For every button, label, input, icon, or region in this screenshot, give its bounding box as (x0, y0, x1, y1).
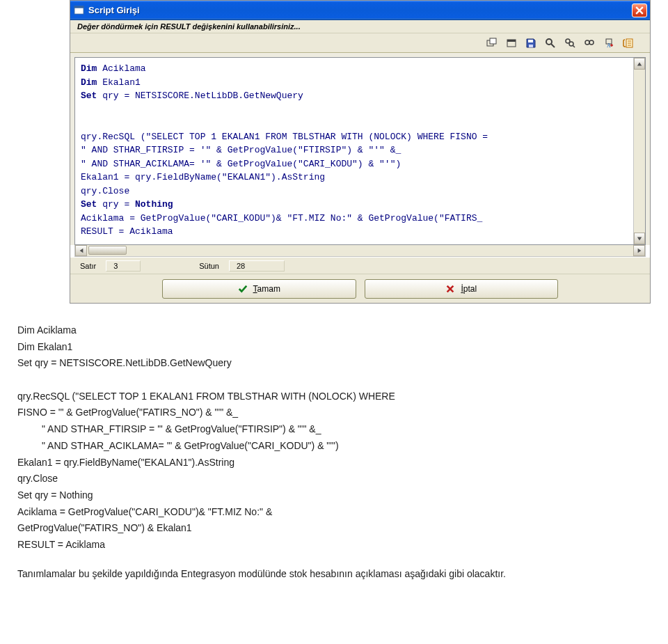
check-icon (238, 284, 248, 294)
scroll-left-icon[interactable] (75, 245, 87, 256)
titlebar[interactable]: Script Girişi (70, 1, 650, 20)
doc-line: RESULT = Aciklama (17, 537, 623, 553)
svg-point-14 (589, 40, 594, 45)
button-bar: Tamam İptal (70, 274, 650, 303)
vertical-scrollbar[interactable] (633, 58, 645, 244)
script-icon[interactable] (622, 37, 635, 49)
document-body: Dim Aciklama Dim Ekalan1 Set qry = NETSI… (17, 323, 623, 581)
doc-line: Dim Ekalan1 (17, 340, 623, 355)
svg-line-9 (551, 44, 555, 47)
svg-point-8 (546, 39, 552, 45)
row-label: Satır (77, 262, 99, 270)
scroll-up-icon[interactable] (634, 58, 645, 70)
cancel-button[interactable]: İptal (365, 279, 559, 299)
save-icon[interactable] (525, 37, 537, 49)
horizontal-scrollbar[interactable] (74, 245, 646, 257)
svg-rect-5 (507, 40, 516, 42)
svg-rect-1 (74, 6, 83, 8)
col-value: 28 (229, 260, 285, 272)
add-field-icon[interactable]: A (603, 37, 615, 49)
code-editor[interactable]: Dim AciklamaDim Ekalan1Set qry = NETSISC… (74, 57, 646, 245)
doc-line: " AND STHAR_FTIRSIP = '" & GetProgValue(… (17, 422, 623, 437)
window-title: Script Girişi (88, 5, 632, 15)
doc-paragraph: Tanımlamalar bu şekilde yapıldığında Ent… (17, 567, 623, 582)
doc-line: Dim Aciklama (17, 323, 623, 338)
doc-line: Aciklama = GetProgValue("CARI_KODU")& "F… (17, 505, 623, 520)
doc-line: Set qry = Nothing (17, 488, 623, 503)
toolbar: A (70, 33, 650, 53)
scroll-thumb[interactable] (88, 246, 127, 255)
svg-point-13 (585, 40, 589, 45)
doc-line (17, 372, 623, 388)
hint-bar: Değer döndürmek için RESULT değişkenini … (70, 20, 650, 33)
doc-line: qry.RecSQL ("SELECT TOP 1 EKALAN1 FROM T… (17, 389, 623, 405)
scroll-down-icon[interactable] (634, 233, 645, 244)
doc-line: FISNO = '" & GetProgValue("FATIRS_NO") &… (17, 405, 623, 421)
cross-icon (445, 284, 455, 294)
window-icon[interactable] (505, 37, 518, 49)
close-button[interactable] (632, 3, 647, 17)
scroll-right-icon[interactable] (633, 245, 645, 256)
status-bar: Satır 3 Sütun 28 (70, 257, 650, 274)
find-icon[interactable] (544, 37, 557, 49)
doc-line: GetProgValue("FATIRS_NO") & Ekalan1 (17, 521, 623, 536)
svg-line-12 (573, 45, 575, 47)
doc-line: Ekalan1 = qry.FieldByName("EKALAN1").AsS… (17, 455, 623, 471)
script-dialog: Script Girişi Değer döndürmek için RESUL… (70, 0, 651, 304)
doc-line: Set qry = NETSISCORE.NetLibDB.GetNewQuer… (17, 356, 623, 371)
ok-button[interactable]: Tamam (162, 279, 356, 299)
doc-line: " AND STHAR_ACIKLAMA= '" & GetProgValue(… (17, 439, 623, 454)
col-label: Sütun (196, 262, 222, 270)
svg-rect-7 (529, 45, 533, 47)
svg-rect-6 (528, 40, 533, 42)
app-icon (73, 5, 84, 16)
row-value: 3 (106, 260, 141, 272)
find-two-icon[interactable] (583, 37, 596, 49)
doc-line: qry.Close (17, 471, 623, 487)
find-multi-icon[interactable] (564, 37, 576, 49)
svg-rect-3 (490, 38, 496, 44)
cascade-windows-icon[interactable] (486, 37, 498, 49)
